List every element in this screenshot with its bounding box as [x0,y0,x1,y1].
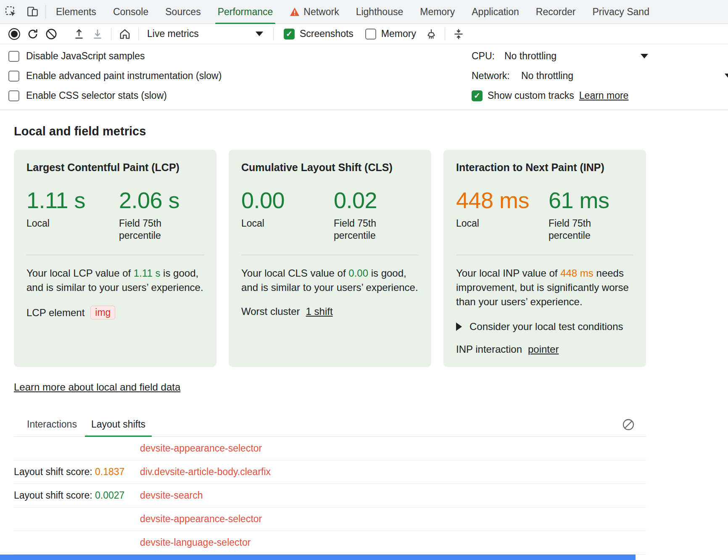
inp-field-value: 61 ms [549,187,609,213]
screenshots-checkbox-label: Screenshots [300,28,353,40]
lcp-local-value: 1.11 s [26,187,119,213]
clear-log-button[interactable] [622,418,635,431]
inspect-element-button[interactable] [0,0,22,24]
horizontal-scrollbar-thumb[interactable] [0,555,636,560]
inp-field-label: Field 75th percentile [549,217,607,242]
local-test-conditions-disclosure[interactable]: Consider your local test conditions [456,321,633,333]
inp-card-title: Interaction to Next Paint (INP) [456,161,633,174]
tab-elements[interactable]: Elements [47,0,105,24]
layout-shift-row[interactable]: devsite-language-selector [14,531,646,555]
cls-field-value: 0.02 [334,187,393,213]
log-tab-bar: Interactions Layout shifts [14,412,646,437]
record-and-reload-button[interactable] [24,26,42,42]
screenshots-checkbox[interactable] [284,29,295,40]
home-live-metrics-button[interactable] [116,26,134,42]
cleanup-button[interactable] [422,26,440,42]
divider [445,28,445,40]
divider [45,5,46,18]
memory-checkbox[interactable] [365,29,376,40]
show-custom-tracks-label: Show custom tracks [488,90,574,101]
tab-privacy-sandbox[interactable]: Privacy Sand [584,0,658,24]
worst-cluster-label: Worst cluster [241,306,300,317]
block-icon [45,28,58,40]
record-button[interactable] [5,26,24,42]
devtools-tab-bar: Elements Console Sources Performance Net… [0,0,728,24]
advanced-paint-checkbox[interactable] [8,71,19,82]
tab-layout-shifts[interactable]: Layout shifts [84,412,153,436]
chevron-down-icon [256,32,263,36]
save-profile-button[interactable] [88,26,107,42]
node-link[interactable]: devsite-appearance-selector [140,443,262,454]
node-link[interactable]: devsite-language-selector [140,537,251,548]
network-throttling-row[interactable]: Network: No throttling [472,66,728,86]
lcp-card: Largest Contentful Paint (LCP) 1.11 s Lo… [14,150,216,367]
cpu-throttling-row[interactable]: CPU: No throttling [472,46,728,66]
tab-console[interactable]: Console [105,0,157,24]
disable-js-samples-label: Disable JavaScript samples [26,50,145,62]
device-toolbar-button[interactable] [22,0,44,24]
tab-recorder[interactable]: Recorder [528,0,584,24]
memory-checkbox-row[interactable]: Memory [365,28,416,40]
layout-shifts-table: devsite-appearance-selector Layout shift… [14,437,646,560]
tab-performance[interactable]: Performance [209,0,282,24]
local-field-data-learn-more-link[interactable]: Learn more about local and field data [14,381,180,393]
broom-icon [425,28,438,40]
inp-local-value: 448 ms [456,187,549,213]
lcp-description: Your local LCP value of 1.11 s is good, … [26,266,204,295]
load-profile-button[interactable] [70,26,88,42]
layout-shift-row[interactable]: Layout shift score: 0.0027 devsite-searc… [14,484,646,507]
layout-shift-row[interactable]: devsite-appearance-selector [14,507,646,531]
cls-local-value: 0.00 [241,187,334,213]
divider [273,28,274,40]
advanced-paint-label: Enable advanced paint instrumentation (s… [26,70,222,82]
profile-view-select-value: Live metrics [147,28,199,40]
tab-application[interactable]: Application [463,0,528,24]
tab-sources[interactable]: Sources [157,0,209,24]
inp-card: Interaction to Next Paint (INP) 448 ms L… [443,150,646,367]
node-link[interactable]: devsite-search [140,490,203,501]
throttling-settings: CPU: No throttling Network: No throttlin… [472,46,728,106]
show-custom-tracks-checkbox[interactable] [472,90,483,101]
lcp-field-value: 2.06 s [119,187,179,213]
metric-cards: Largest Contentful Paint (LCP) 1.11 s Lo… [14,150,646,367]
lcp-element-label: LCP element [26,307,84,319]
cls-description: Your local CLS value of 0.00 is good, an… [241,266,419,295]
download-icon [91,28,104,40]
collect-garbage-icon [452,28,465,40]
chevron-down-icon [641,54,648,58]
tab-interactions[interactable]: Interactions [20,412,84,436]
custom-tracks-learn-more-link[interactable]: Learn more [579,90,629,101]
lcp-local-label: Local [26,217,85,230]
screenshots-checkbox-row[interactable]: Screenshots [284,28,353,40]
node-link[interactable]: div.devsite-article-body.clearfix [140,466,271,478]
live-metrics-log: Interactions Layout shifts devsite-appea… [14,412,646,560]
clear-button[interactable] [42,26,61,42]
node-link[interactable]: devsite-appearance-selector [140,513,262,525]
lcp-field-label: Field 75th percentile [119,217,178,242]
network-throttling-label: Network: [472,70,521,82]
disable-js-samples-checkbox[interactable] [8,51,19,62]
cls-card: Cumulative Layout Shift (CLS) 0.00 Local… [229,150,431,367]
show-custom-tracks-row[interactable]: Show custom tracks Learn more [472,86,728,106]
inp-interaction-label: INP interaction [456,343,522,355]
divider [26,255,204,255]
tab-network[interactable]: Network [281,0,347,24]
worst-cluster-link[interactable]: 1 shift [306,306,333,317]
divider [241,255,419,255]
chevron-down-icon [725,74,728,78]
lcp-element-node-chip[interactable]: img [90,306,115,320]
tab-memory[interactable]: Memory [411,0,463,24]
device-toolbar-icon [26,5,39,18]
css-selector-stats-checkbox[interactable] [8,90,19,101]
reload-icon [26,28,39,40]
css-selector-stats-label: Enable CSS selector stats (slow) [26,90,167,101]
tab-lighthouse[interactable]: Lighthouse [348,0,412,24]
layout-shift-row[interactable]: devsite-appearance-selector [14,437,646,460]
warning-triangle-icon [290,7,300,16]
inp-interaction-link[interactable]: pointer [528,343,559,355]
profile-view-select[interactable]: Live metrics [143,26,269,42]
collect-garbage-button[interactable] [449,26,468,42]
capture-settings-pane: Disable JavaScript samples Enable advanc… [0,44,728,110]
block-icon [622,418,635,431]
layout-shift-row[interactable]: Layout shift score: 0.1837 div.devsite-a… [14,460,646,484]
